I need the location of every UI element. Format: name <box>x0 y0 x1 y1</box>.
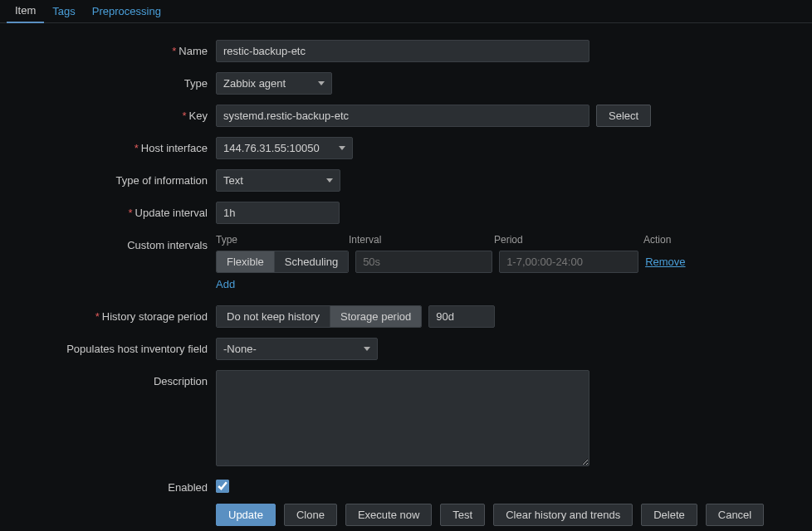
label-custom-intervals: Custom intervals <box>0 234 216 251</box>
host-interface-select[interactable]: 144.76.31.55:10050 <box>216 137 353 159</box>
custom-interval-row: Flexible Scheduling Remove <box>216 251 693 273</box>
tab-preprocessing[interactable]: Preprocessing <box>84 0 169 22</box>
delete-button[interactable]: Delete <box>641 504 697 526</box>
tab-tags[interactable]: Tags <box>44 0 83 22</box>
scheduling-option[interactable]: Scheduling <box>275 251 348 272</box>
label-update-interval: *Update interval <box>0 202 216 219</box>
history-segment: Do not keep history Storage period <box>216 305 422 328</box>
execute-now-button[interactable]: Execute now <box>345 504 432 526</box>
chevron-down-icon <box>326 178 333 183</box>
interval-type-segment: Flexible Scheduling <box>216 251 349 273</box>
history-value-input[interactable] <box>428 305 495 328</box>
storage-period-option[interactable]: Storage period <box>330 306 421 327</box>
label-enabled: Enabled <box>0 476 216 494</box>
enabled-checkbox[interactable] <box>216 480 229 493</box>
remove-interval-link[interactable]: Remove <box>645 256 685 268</box>
custom-intervals-table: Type Interval Period Action Flexible Sch… <box>216 234 693 290</box>
update-interval-input[interactable] <box>216 202 340 224</box>
update-button[interactable]: Update <box>216 504 276 526</box>
do-not-keep-history-option[interactable]: Do not keep history <box>217 306 330 327</box>
interval-input[interactable] <box>355 251 492 273</box>
label-description: Description <box>0 370 216 387</box>
period-input[interactable] <box>499 251 638 273</box>
type-info-select[interactable]: Text <box>216 169 340 192</box>
label-host-interface: *Host interface <box>0 137 216 154</box>
ci-header-interval: Interval <box>349 234 494 246</box>
cancel-button[interactable]: Cancel <box>706 504 764 526</box>
ci-header-period: Period <box>494 234 643 246</box>
chevron-down-icon <box>318 81 325 85</box>
ci-header-action: Action <box>643 234 693 246</box>
inventory-select[interactable]: -None- <box>216 338 378 360</box>
description-textarea[interactable] <box>216 370 589 466</box>
add-interval-link[interactable]: Add <box>216 278 235 290</box>
label-populates-inventory: Populates host inventory field <box>0 338 216 355</box>
clear-history-button[interactable]: Clear history and trends <box>493 504 633 526</box>
label-type: Type <box>0 72 216 90</box>
key-input[interactable] <box>216 105 589 127</box>
tab-bar: Item Tags Preprocessing <box>0 0 812 23</box>
clone-button[interactable]: Clone <box>284 504 337 526</box>
tab-item[interactable]: Item <box>7 0 44 23</box>
select-key-button[interactable]: Select <box>596 105 651 127</box>
flexible-option[interactable]: Flexible <box>217 251 275 272</box>
type-select[interactable]: Zabbix agent <box>216 72 332 95</box>
ci-header-type: Type <box>216 234 349 246</box>
label-key: *Key <box>0 105 216 122</box>
item-form: *Name Type Zabbix agent *Key Select *Hos… <box>0 23 812 526</box>
footer-buttons: Update Clone Execute now Test Clear hist… <box>216 504 764 526</box>
chevron-down-icon <box>364 347 370 351</box>
label-name: *Name <box>0 40 216 57</box>
label-type-info: Type of information <box>0 169 216 187</box>
test-button[interactable]: Test <box>440 504 485 526</box>
label-history-storage: *History storage period <box>0 305 216 323</box>
chevron-down-icon <box>339 146 345 150</box>
name-input[interactable] <box>216 40 589 62</box>
